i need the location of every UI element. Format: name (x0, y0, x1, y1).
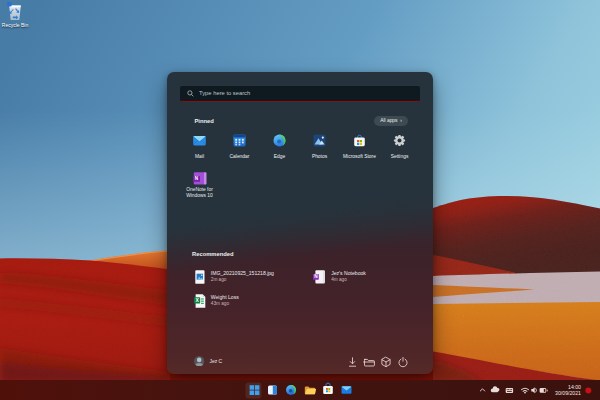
svg-text:30/09/2021: 30/09/2021 (555, 390, 581, 396)
svg-text:N: N (314, 274, 318, 279)
svg-text:14:00: 14:00 (568, 384, 581, 390)
